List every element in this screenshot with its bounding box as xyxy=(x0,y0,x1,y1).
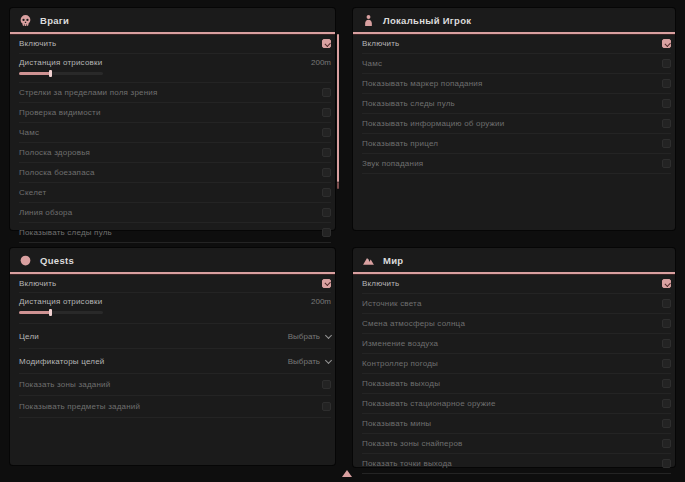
option-row[interactable]: Контроллер погоды xyxy=(362,354,671,374)
checkbox[interactable] xyxy=(322,402,331,411)
checkbox[interactable] xyxy=(322,188,331,197)
option-label: Показывать прицел xyxy=(362,139,438,148)
check-icon xyxy=(664,280,670,286)
option-label: Модификаторы целей xyxy=(19,357,104,366)
option-label: Показать зоны снайперов xyxy=(362,439,463,448)
checkbox[interactable] xyxy=(662,339,671,348)
option-label: Включить xyxy=(362,39,400,48)
checkbox[interactable] xyxy=(322,228,331,237)
option-label: Смена атмосферы солнца xyxy=(362,319,465,328)
option-row[interactable]: Стрелки за пределами поля зрения xyxy=(19,83,331,103)
slider-thumb[interactable] xyxy=(49,70,52,77)
option-row[interactable]: Показывать маркер попадания xyxy=(362,74,671,94)
checkbox[interactable] xyxy=(662,119,671,128)
option-row[interactable]: Включить xyxy=(19,274,331,293)
panel-enemies-header[interactable]: Враги xyxy=(10,8,335,34)
option-label: Скелет xyxy=(19,188,46,197)
checkbox[interactable] xyxy=(662,79,671,88)
panel-title: Враги xyxy=(40,15,69,26)
panel-world-header[interactable]: Мир xyxy=(353,248,675,274)
option-row[interactable]: Показывать предметы заданий xyxy=(19,396,331,418)
checkbox[interactable] xyxy=(322,108,331,117)
left-column-scrollbar[interactable] xyxy=(337,34,339,182)
option-row[interactable]: Смена атмосферы солнца xyxy=(362,314,671,334)
slider-thumb[interactable] xyxy=(49,309,52,316)
checkbox[interactable] xyxy=(662,99,671,108)
option-row[interactable]: Линия обзора xyxy=(19,203,331,223)
checkbox[interactable] xyxy=(322,208,331,217)
checkbox[interactable] xyxy=(322,168,331,177)
dropdown-select[interactable]: Выбрать xyxy=(288,357,331,366)
option-label: Показывать следы пуль xyxy=(19,228,112,237)
option-label: Включить xyxy=(19,39,57,48)
option-row[interactable]: Показывать прицел xyxy=(362,134,671,154)
checkbox[interactable] xyxy=(662,459,671,468)
render-distance-slider[interactable] xyxy=(19,311,103,314)
checkbox[interactable] xyxy=(322,380,331,389)
option-label: Показывать выходы xyxy=(362,379,440,388)
panel-enemies-rows: ВключитьДистанция отрисовки200mСтрелки з… xyxy=(10,34,335,243)
option-row[interactable]: Показывать мины xyxy=(362,414,671,434)
checkbox-checked[interactable] xyxy=(662,279,671,288)
skull-icon xyxy=(19,14,32,27)
checkbox-checked[interactable] xyxy=(322,39,331,48)
checkbox[interactable] xyxy=(322,88,331,97)
checkbox[interactable] xyxy=(662,419,671,428)
panel-quests-header[interactable]: Quests xyxy=(10,248,335,274)
checkbox[interactable] xyxy=(662,359,671,368)
option-label: Изменение воздуха xyxy=(362,339,438,348)
option-label: Источник света xyxy=(362,299,422,308)
option-row[interactable]: Показывать стационарное оружие xyxy=(362,394,671,414)
panel-title: Quests xyxy=(40,255,74,266)
panel-enemies: Враги ВключитьДистанция отрисовки200mСтр… xyxy=(10,8,335,230)
dropdown-select[interactable]: Выбрать xyxy=(288,332,331,341)
option-row[interactable]: Показывать выходы xyxy=(362,374,671,394)
option-row[interactable]: Дистанция отрисовки200m xyxy=(19,54,331,83)
checkbox[interactable] xyxy=(662,299,671,308)
option-row[interactable]: Дистанция отрисовки200m xyxy=(19,293,331,324)
option-row[interactable]: Включить xyxy=(362,34,671,54)
checkbox-checked[interactable] xyxy=(322,279,331,288)
option-row[interactable]: Чамс xyxy=(19,123,331,143)
option-row[interactable]: Изменение воздуха xyxy=(362,334,671,354)
option-row[interactable]: Включить xyxy=(19,34,331,54)
panel-local-player-header[interactable]: Локальный Игрок xyxy=(353,8,675,34)
checkbox[interactable] xyxy=(322,148,331,157)
option-row[interactable]: Показывать информацию об оружии xyxy=(362,114,671,134)
checkbox[interactable] xyxy=(662,59,671,68)
option-row[interactable]: Источник света xyxy=(362,294,671,314)
checkbox[interactable] xyxy=(662,379,671,388)
checkbox[interactable] xyxy=(662,159,671,168)
checkbox[interactable] xyxy=(662,139,671,148)
option-row[interactable]: Звук попадания xyxy=(362,154,671,174)
checkbox[interactable] xyxy=(662,399,671,408)
render-distance-slider[interactable] xyxy=(19,72,103,75)
option-row[interactable]: Показывать следы пуль xyxy=(19,223,331,243)
option-row[interactable]: Скелет xyxy=(19,183,331,203)
option-label: Дистанция отрисовки xyxy=(19,58,102,67)
option-row[interactable]: Проверка видимости xyxy=(19,103,331,123)
option-row[interactable]: Чамс xyxy=(362,54,671,74)
option-label: Звук попадания xyxy=(362,159,423,168)
person-icon xyxy=(362,14,375,27)
option-label: Полоска боезапаса xyxy=(19,168,95,177)
checkbox[interactable] xyxy=(662,319,671,328)
checkbox-checked[interactable] xyxy=(662,39,671,48)
option-label: Стрелки за пределами поля зрения xyxy=(19,88,158,97)
option-row[interactable]: Показать зоны заданий xyxy=(19,374,331,396)
mountain-icon xyxy=(362,254,375,267)
option-row[interactable]: Модификаторы целейВыбрать xyxy=(19,349,331,374)
checkbox[interactable] xyxy=(662,439,671,448)
option-row[interactable]: Включить xyxy=(362,274,671,294)
option-label: Показать зоны заданий xyxy=(19,380,110,389)
panel-local-player-rows: ВключитьЧамсПоказывать маркер попаданияП… xyxy=(353,34,675,174)
option-row[interactable]: ЦелиВыбрать xyxy=(19,324,331,349)
option-label: Контроллер погоды xyxy=(362,359,438,368)
option-row[interactable]: Показать зоны снайперов xyxy=(362,434,671,454)
option-row[interactable]: Полоска боезапаса xyxy=(19,163,331,183)
option-row[interactable]: Полоска здоровья xyxy=(19,143,331,163)
option-row[interactable]: Показывать следы пуль xyxy=(362,94,671,114)
option-row[interactable]: Показать точки выхода xyxy=(362,454,671,474)
option-label: Показывать следы пуль xyxy=(362,99,455,108)
checkbox[interactable] xyxy=(322,128,331,137)
